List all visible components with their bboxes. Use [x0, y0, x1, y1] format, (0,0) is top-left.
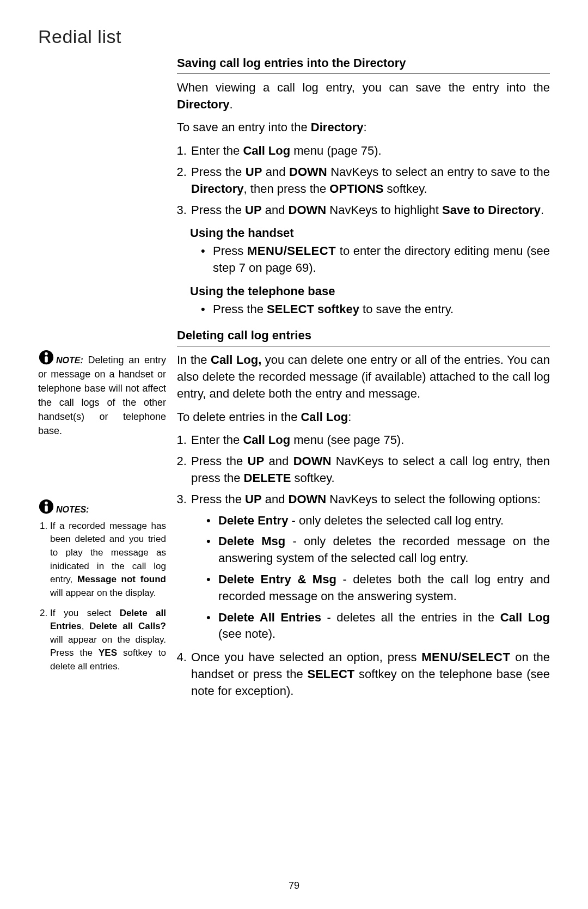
- info-icon: [38, 498, 54, 515]
- svg-point-4: [45, 501, 48, 504]
- page-title: Redial list: [38, 26, 550, 47]
- side-notes-list: If a recorded message has been deleted a…: [38, 520, 166, 674]
- page-number: 79: [0, 880, 588, 892]
- bullets-handset: Press MENU/SELECT to enter the directory…: [177, 243, 550, 277]
- lead-text: To save an entry into the Directory:: [177, 119, 550, 136]
- step: Enter the Call Log menu (page 75).: [190, 143, 550, 160]
- option: Delete All Entries - deletes all the ent…: [206, 609, 550, 643]
- step: Press the UP and DOWN NavKeys to select …: [190, 491, 550, 643]
- step: Once you have selected an option, press …: [190, 649, 550, 699]
- page: Redial list NOTE: Deleting an entry or m…: [0, 0, 588, 909]
- notes-label: NOTES:: [56, 505, 89, 514]
- bullets-base: Press the SELECT softkey to save the ent…: [177, 301, 550, 318]
- side-column: NOTE: Deleting an entry or message on a …: [38, 55, 177, 680]
- step: Press the UP and DOWN NavKeys to highlig…: [190, 202, 550, 219]
- option: Delete Msg - only deletes the recorded m…: [206, 533, 550, 567]
- section-heading-saving: Saving call log entries into the Directo…: [177, 55, 550, 74]
- side-note-item: If a recorded message has been deleted a…: [50, 520, 166, 600]
- lead-text-2: To delete entries in the Call Log:: [177, 409, 550, 426]
- steps-list: Enter the Call Log menu (page 75). Press…: [177, 143, 550, 218]
- subhead-base: Using the telephone base: [190, 283, 550, 300]
- side-notes-2: NOTES: If a recorded message has been de…: [38, 498, 166, 674]
- columns: NOTE: Deleting an entry or message on a …: [38, 55, 550, 706]
- option: Delete Entry - only deletes the selected…: [206, 513, 550, 529]
- step: Enter the Call Log menu (see page 75).: [190, 432, 550, 449]
- subhead-handset: Using the handset: [190, 225, 550, 242]
- svg-rect-2: [45, 356, 48, 362]
- svg-rect-5: [45, 505, 48, 511]
- steps-list-2: Enter the Call Log menu (see page 75). P…: [177, 432, 550, 699]
- step: Press the UP and DOWN NavKeys to select …: [190, 164, 550, 198]
- info-icon: [38, 349, 54, 365]
- side-note-item: If you select Delete all Entries, Delete…: [50, 607, 166, 674]
- intro-text-2: In the Call Log, you can delete one entr…: [177, 352, 550, 402]
- options-list: Delete Entry - only deletes the selected…: [191, 513, 550, 643]
- bullet: Press the SELECT softkey to save the ent…: [201, 301, 550, 318]
- section-heading-deleting: Deleting call log entries: [177, 327, 550, 346]
- svg-point-1: [45, 352, 48, 356]
- note-text: Deleting an entry or message on a handse…: [38, 355, 166, 436]
- step: Press the UP and DOWN NavKeys to select …: [190, 453, 550, 487]
- main-column: Saving call log entries into the Directo…: [177, 55, 550, 706]
- bullet: Press MENU/SELECT to enter the directory…: [201, 243, 550, 277]
- side-note-1: NOTE: Deleting an entry or message on a …: [38, 349, 166, 438]
- note-label: NOTE:: [56, 356, 83, 365]
- intro-text: When viewing a call log entry, you can s…: [177, 80, 550, 113]
- option: Delete Entry & Msg - deletes both the ca…: [206, 571, 550, 605]
